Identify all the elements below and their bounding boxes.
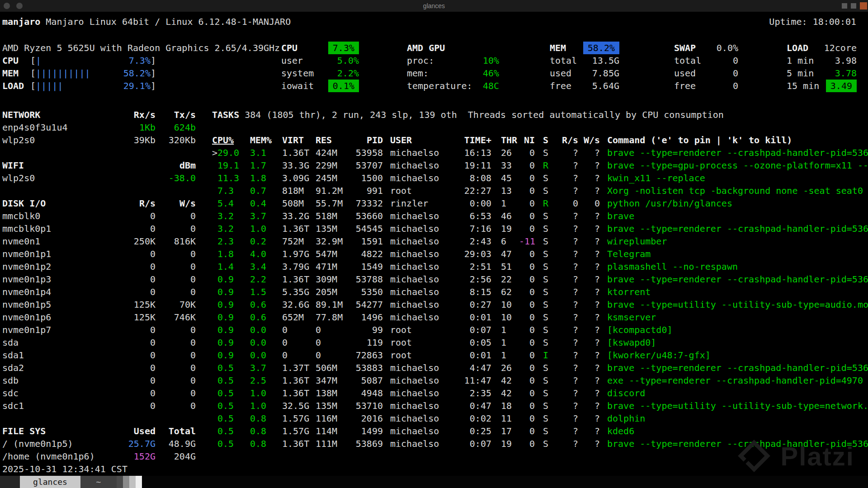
- sort-marker: [212, 324, 217, 336]
- time-col-header: TIME+: [440, 134, 491, 146]
- window-title: glances: [0, 0, 868, 12]
- tasks-counts: 384 (1805 thr), 2 run, 243 slp, 139 oth: [245, 108, 457, 121]
- mem-percent: 3.7: [250, 361, 282, 374]
- cpu-time: 0:02: [440, 412, 491, 425]
- ni-col-header: NI: [519, 134, 535, 146]
- cpu-percent: 5.4: [217, 197, 250, 210]
- titlebar-corner-icon[interactable]: [860, 2, 867, 9]
- user: michaelso: [390, 286, 440, 298]
- cpu-percent: 1.8: [217, 248, 250, 260]
- cpu-time: 19:11: [440, 159, 491, 172]
- mem-percent: 0.6: [250, 311, 282, 324]
- sort-marker: [212, 210, 217, 222]
- taskbar-item-terminal[interactable]: ~: [80, 476, 117, 488]
- process-status: S: [543, 387, 549, 399]
- cpu-percent: 3.2: [217, 210, 250, 222]
- write-rate: 0: [156, 324, 196, 336]
- cpu-percent: 0.9: [217, 311, 250, 324]
- cpu-time: 0:01: [440, 311, 491, 324]
- stat-row: mem:46%: [407, 67, 499, 80]
- stat-label: proc:: [407, 54, 434, 67]
- read-rate: 0: [115, 336, 156, 349]
- virt-mem: 818M: [282, 184, 316, 197]
- process-status: R: [543, 197, 549, 210]
- total-value: 48.9G: [156, 437, 196, 450]
- stat-value: 0: [733, 54, 738, 67]
- res-mem: 547M: [316, 248, 345, 260]
- process-row: 0.51.032.5G135M53710michaelso0:47180S??b…: [212, 399, 868, 412]
- gauge-percent: 7.3%: [129, 54, 151, 67]
- process-row: 0.52.51.36T347M5087michaelso11:47420S??e…: [212, 374, 868, 387]
- platzi-text: Platzi: [781, 441, 855, 471]
- res-mem: 309M: [316, 273, 345, 286]
- taskbar-item-glances[interactable]: glances: [20, 476, 80, 488]
- nice-value: -11: [519, 235, 535, 248]
- gauge-open-bracket: [: [30, 80, 36, 92]
- res-mem: 347M: [316, 374, 345, 387]
- sort-marker: [212, 248, 217, 260]
- io-write: ?: [578, 311, 600, 324]
- pid: 54545: [345, 222, 383, 235]
- mem-col-header: MEM%: [250, 134, 282, 146]
- virt-mem: 1.36T: [282, 146, 316, 159]
- res-mem: 116M: [316, 412, 345, 425]
- process-row: >29.03.11.36T424M53958michaelso16:13260S…: [212, 146, 868, 159]
- nice-value: 0: [519, 412, 535, 425]
- command: wireplumber: [607, 235, 868, 248]
- glances-terminal[interactable]: manjaro Manjaro Linux 64bit / Linux 6.12…: [0, 12, 868, 476]
- virt-mem: 1.97G: [282, 248, 316, 260]
- read-rate: 0: [115, 222, 156, 235]
- nice-value: 0: [519, 437, 535, 450]
- user: michaelso: [390, 399, 440, 412]
- res-mem: 0: [316, 349, 345, 361]
- read-col-header: R/s: [115, 197, 156, 210]
- io-read: ?: [549, 437, 578, 450]
- write-rate: 0: [156, 260, 196, 273]
- stat-row: temperature:48C: [407, 80, 499, 92]
- user: rinzler: [390, 197, 440, 210]
- stat-label: mem:: [407, 67, 429, 80]
- process-status: S: [543, 210, 549, 222]
- thread-count: 47: [501, 248, 519, 260]
- stat-label: free: [674, 80, 696, 92]
- wifi-title: WIFI: [2, 159, 115, 172]
- process-row: 19.11.733.3G229M53707michaelso19:11330R?…: [212, 159, 868, 172]
- cpu-percent: 0.9: [217, 286, 250, 298]
- current-datetime: 2025-10-31 12:34:41 CST: [2, 463, 196, 475]
- write-rate: 0: [156, 273, 196, 286]
- res-mem: 55.7M: [316, 197, 345, 210]
- sort-marker: [212, 273, 217, 286]
- cpu-percent: 11.3: [217, 172, 250, 184]
- disk-row: mmcblk000: [2, 210, 196, 222]
- process-row: 0.92.21.36T309M53788michaelso2:56220S??b…: [212, 273, 868, 286]
- thread-count: 10: [501, 298, 519, 311]
- cpu-percent: 0.9: [217, 298, 250, 311]
- nice-value: 0: [519, 286, 535, 298]
- mem-percent: 1.5: [250, 286, 282, 298]
- titlebar-tray-icon[interactable]: [842, 3, 847, 9]
- gauge-open-bracket: [: [30, 54, 36, 67]
- stat-value: 46%: [483, 67, 499, 80]
- cpu-percent: 19.1: [217, 159, 250, 172]
- cpu-col-header: CPU%: [212, 134, 250, 146]
- user: michaelso: [390, 159, 440, 172]
- process-status: S: [543, 374, 549, 387]
- sort-marker: [212, 399, 217, 412]
- io-write: ?: [578, 184, 600, 197]
- pid: 99: [345, 324, 383, 336]
- cpu-time: 22:27: [440, 184, 491, 197]
- titlebar-tray-icon[interactable]: [851, 3, 856, 9]
- stat-value: 3.98: [835, 54, 857, 67]
- user: michaelso: [390, 412, 440, 425]
- process-panel: TASKS384 (1805 thr), 2 run, 243 slp, 139…: [212, 108, 868, 450]
- io-read: ?: [549, 387, 578, 399]
- host-os-line: manjaro Manjaro Linux 64bit / Linux 6.12…: [2, 15, 291, 28]
- disk-row: nvme0n1p300: [2, 273, 196, 286]
- command: [kcompactd0]: [607, 324, 868, 336]
- stat-label: temperature:: [407, 80, 472, 92]
- sort-marker: [212, 260, 217, 273]
- cpu-time: 6:53: [440, 210, 491, 222]
- cpu-time: 0:27: [440, 298, 491, 311]
- gpu-section: AMD GPU proc:10%mem:46%temperature:48C: [407, 42, 499, 92]
- process-row: 0.90.00072863root0:0110I??[kworker/u48:7…: [212, 349, 868, 361]
